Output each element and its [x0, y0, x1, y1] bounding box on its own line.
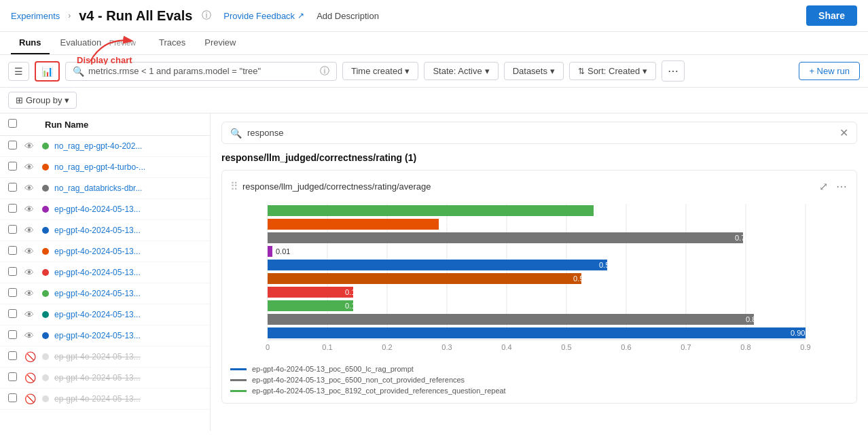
visibility-toggle[interactable]: 👁 [24, 162, 37, 173]
expand-chart-button[interactable]: ⤢ [818, 179, 829, 194]
table-row[interactable]: 👁 no_rag_ep-gpt-4-turbo-... [0, 157, 210, 178]
group-by-button[interactable]: ⊞ Group by ▾ [8, 92, 77, 109]
row-checkbox[interactable] [8, 393, 17, 402]
toolbar: ☰ 📊 Display chart 🔍 ⓘ Time created ▾ Sta… [0, 55, 868, 88]
table-row[interactable]: 👁 ep-gpt-4o-2024-05-13... [0, 304, 210, 325]
feedback-link[interactable]: Provide Feedback ↗ [223, 11, 304, 21]
visibility-toggle[interactable]: 🚫 [24, 351, 37, 362]
x-label-5: 0.5 [561, 343, 571, 351]
datasets-filter[interactable]: Datasets ▾ [504, 62, 564, 80]
table-row[interactable]: 👁 ep-gpt-4o-2024-05-13... [0, 283, 210, 304]
visibility-toggle[interactable]: 👁 [24, 267, 37, 278]
tab-evaluation[interactable]: Evaluation Preview [52, 32, 148, 54]
row-checkbox[interactable] [8, 330, 17, 339]
run-color-dot [42, 311, 49, 318]
breadcrumb[interactable]: Experiments [11, 11, 60, 21]
row-checkbox[interactable] [8, 267, 17, 276]
table-row[interactable]: 🚫 ep-gpt-4o-2024-05-13... [0, 389, 210, 410]
table-row[interactable]: 👁 ep-gpt-4o-2024-05-13... [0, 325, 210, 347]
header-checkbox[interactable] [8, 119, 17, 128]
top-bar: Experiments › v4 - Run All Evals ⓘ Provi… [0, 0, 868, 32]
row-checkbox[interactable] [8, 183, 17, 192]
visibility-toggle[interactable]: 👁 [24, 246, 37, 257]
chart-section-title: response/llm_judged/correctness/rating (… [221, 152, 857, 163]
chart-view-button[interactable]: 📊 [35, 61, 60, 82]
chart-legend: ep-gpt-4o-2024-05-13_poc_6500_lc_rag_pro… [230, 365, 848, 395]
new-run-button[interactable]: + New run [799, 62, 860, 80]
table-row[interactable]: 🚫 ep-gpt-4o-2024-05-13... [0, 368, 210, 389]
state-chevron: ▾ [485, 66, 490, 76]
row-checkbox[interactable] [8, 246, 17, 255]
search-icon: 🔍 [73, 66, 84, 77]
chart-more-button[interactable]: ⋯ [835, 179, 848, 194]
chart-card-header: ⠿ response/llm_judged/correctness/rating… [230, 179, 848, 194]
tab-evaluation-preview: Preview [105, 37, 140, 48]
run-name: ep-gpt-4o-2024-05-13... [54, 352, 202, 361]
tab-preview[interactable]: Preview [196, 32, 244, 54]
x-label-3: 0.3 [441, 343, 452, 351]
visibility-toggle[interactable]: 👁 [24, 288, 37, 299]
sort-chevron: ▾ [643, 66, 647, 76]
bar-label-5: 0.55 [573, 274, 587, 283]
row-checkbox[interactable] [8, 351, 17, 360]
row-checkbox[interactable] [8, 225, 17, 234]
search-info-icon[interactable]: ⓘ [320, 65, 329, 77]
row-checkbox[interactable] [8, 288, 17, 297]
table-row[interactable]: 👁 no_rag_ep-gpt-4o-202... [0, 136, 210, 157]
metric-search-input[interactable] [247, 128, 834, 138]
table-row[interactable]: 👁 ep-gpt-4o-2024-05-13... [0, 199, 210, 220]
legend-item-1: ep-gpt-4o-2024-05-13_poc_6500_non_cot_pr… [230, 376, 848, 384]
sort-filter[interactable]: ⇅ Sort: Created ▾ [569, 62, 656, 80]
visibility-toggle[interactable]: 👁 [24, 225, 37, 236]
time-created-label: Time created [351, 66, 402, 76]
add-description-button[interactable]: Add Description [317, 11, 379, 21]
chart-title-text: response/llm_judged/correctness/rating/a… [242, 181, 431, 192]
search-input[interactable] [88, 66, 316, 76]
visibility-toggle[interactable]: 🚫 [24, 372, 37, 383]
info-icon[interactable]: ⓘ [202, 10, 211, 22]
visibility-toggle[interactable]: 👁 [24, 204, 37, 215]
row-checkbox[interactable] [8, 162, 17, 171]
run-color-dot [42, 185, 49, 192]
x-label-6: 0.6 [621, 343, 631, 351]
visibility-toggle[interactable]: 👁 [24, 330, 37, 341]
row-checkbox[interactable] [8, 141, 17, 149]
bar-1 [268, 219, 439, 230]
clear-search-button[interactable]: ✕ [839, 126, 848, 139]
tab-traces[interactable]: Traces [151, 32, 194, 54]
run-color-dot [42, 374, 49, 381]
row-checkbox[interactable] [8, 309, 17, 318]
table-row[interactable]: 👁 ep-gpt-4o-2024-05-13... [0, 262, 210, 283]
tab-runs[interactable]: Runs [11, 32, 50, 54]
run-color-dot [42, 248, 49, 255]
table-row[interactable]: 🚫 ep-gpt-4o-2024-05-13... [0, 347, 210, 368]
run-name: ep-gpt-4o-2024-05-13... [54, 310, 202, 319]
row-checkbox[interactable] [8, 372, 17, 381]
bar-3 [268, 246, 272, 257]
table-row[interactable]: 👁 ep-gpt-4o-2024-05-13... [0, 241, 210, 262]
visibility-toggle[interactable]: 👁 [24, 183, 37, 194]
list-view-button[interactable]: ☰ [8, 62, 29, 81]
row-checkbox[interactable] [8, 204, 17, 213]
run-name: no_rag_ep-gpt-4o-202... [54, 141, 202, 151]
x-label-9: 0.9 [800, 343, 810, 351]
table-row[interactable]: 👁 ep-gpt-4o-2024-05-13... [0, 220, 210, 241]
select-all-checkbox[interactable] [8, 119, 19, 130]
legend-item-0: ep-gpt-4o-2024-05-13_poc_6500_lc_rag_pro… [230, 365, 848, 373]
table-row[interactable]: 👁 no_rag_databricks-dbr... [0, 178, 210, 199]
bar-label-1: 0.30 [444, 220, 458, 228]
visibility-toggle[interactable]: 👁 [24, 141, 37, 152]
share-button[interactable]: Share [806, 5, 857, 26]
run-color-dot [42, 164, 49, 171]
bar-label-7: 0.15 [345, 302, 359, 310]
run-name-header: Run Name [45, 120, 88, 130]
visibility-toggle[interactable]: 👁 [24, 309, 37, 320]
state-filter[interactable]: State: Active ▾ [424, 62, 498, 80]
time-created-filter[interactable]: Time created ▾ [342, 62, 418, 80]
drag-handle-icon[interactable]: ⠿ [230, 180, 238, 193]
visibility-toggle[interactable]: 🚫 [24, 393, 37, 404]
more-options-button[interactable]: ⋯ [662, 60, 685, 82]
runs-table-header: Run Name [0, 113, 210, 136]
bar-0 [268, 205, 594, 216]
bar-label-0: 0.57 [599, 207, 613, 215]
